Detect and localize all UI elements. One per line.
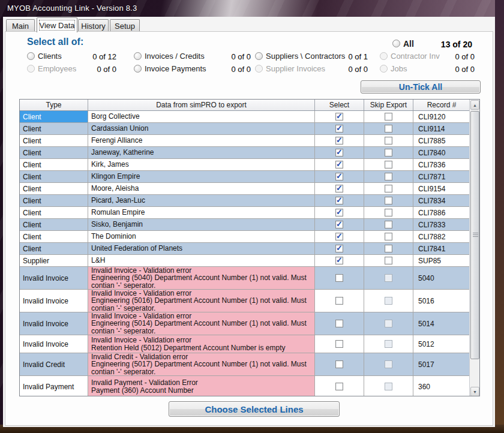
- table-row[interactable]: Invalid InvoiceInvalid Invoice - Validat…: [20, 312, 470, 335]
- select-checkbox[interactable]: [335, 360, 343, 368]
- skip-export-checkbox[interactable]: [385, 320, 392, 327]
- data-line: Picard, Jean-Luc: [91, 197, 145, 205]
- skip-export-checkbox[interactable]: [385, 161, 392, 169]
- data-line: Invalid Invoice - Validation error: [91, 336, 286, 344]
- record-number-cell: CLI7886: [413, 207, 470, 218]
- select-checkbox[interactable]: [335, 274, 343, 282]
- table-row[interactable]: Invalid InvoiceInvalid Invoice - Validat…: [20, 267, 470, 290]
- table-row[interactable]: ClientMoore, AleishaCLI9154: [20, 183, 470, 195]
- table-row[interactable]: ClientCardassian UnionCLI9114: [20, 123, 470, 135]
- scrollbar-thumb[interactable]: [470, 111, 479, 359]
- tab-history[interactable]: History: [78, 19, 109, 32]
- table-row[interactable]: ClientBorg CollectiveCLI9120: [20, 111, 470, 123]
- skip-export-cell: [364, 159, 413, 170]
- select-cell: [315, 123, 364, 134]
- vertical-scrollbar[interactable]: ▲ ▼: [469, 100, 479, 396]
- skip-export-checkbox[interactable]: [385, 173, 392, 181]
- table-row[interactable]: ClientSisko, BenjaminCLI7833: [20, 219, 470, 231]
- record-number-cell: 360: [413, 376, 470, 396]
- untick-all-button[interactable]: Un-Tick All: [361, 80, 481, 94]
- data-cell: Sisko, Benjamin: [88, 219, 315, 230]
- column-header-record-#[interactable]: Record #: [413, 100, 470, 110]
- skip-export-checkbox[interactable]: [385, 383, 392, 390]
- radio-all-label: All: [403, 39, 414, 49]
- select-cell: [315, 290, 364, 312]
- table-row[interactable]: SupplierL&HSUP85: [20, 255, 470, 267]
- table-row[interactable]: Invalid InvoiceInvalid Invoice - Validat…: [20, 335, 470, 353]
- skip-export-checkbox[interactable]: [385, 360, 392, 368]
- column-header-skip-export[interactable]: Skip Export: [364, 100, 413, 110]
- data-line: Borg Collective: [91, 113, 140, 121]
- type-cell: Client: [20, 207, 88, 218]
- skip-export-checkbox[interactable]: [385, 125, 392, 133]
- skip-export-checkbox[interactable]: [385, 274, 392, 282]
- skip-export-cell: [364, 111, 413, 122]
- select-checkbox[interactable]: [335, 245, 343, 252]
- scroll-up-button[interactable]: ▲: [470, 100, 479, 110]
- select-checkbox[interactable]: [335, 197, 343, 205]
- radio-all[interactable]: All: [392, 39, 414, 48]
- select-checkbox[interactable]: [335, 125, 343, 133]
- select-checkbox[interactable]: [335, 257, 343, 264]
- skip-export-checkbox[interactable]: [385, 197, 392, 205]
- skip-export-cell: [364, 123, 413, 134]
- skip-export-checkbox[interactable]: [385, 233, 392, 240]
- table-row[interactable]: Invalid CreditInvalid Credit - Validatio…: [20, 353, 470, 376]
- select-checkbox[interactable]: [335, 221, 343, 228]
- column-header-select[interactable]: Select: [315, 100, 364, 110]
- app-window: MYOB Accounting Link - Version 8.3 MainV…: [0, 0, 504, 433]
- table-row[interactable]: ClientKirk, JamesCLI7836: [20, 159, 470, 171]
- skip-export-checkbox[interactable]: [385, 221, 392, 228]
- column-header-data-from-simpro-to-export[interactable]: Data from simPRO to export: [88, 100, 315, 110]
- skip-export-cell: [364, 255, 413, 266]
- tab-view-data[interactable]: View Data: [37, 17, 77, 32]
- record-number-cell: CLI9114: [413, 123, 470, 134]
- table-row[interactable]: ClientRomulan EmpireCLI7886: [20, 207, 470, 219]
- skip-export-checkbox[interactable]: [385, 340, 392, 348]
- select-checkbox[interactable]: [335, 233, 343, 240]
- select-cell: [315, 171, 364, 182]
- select-checkbox[interactable]: [335, 149, 343, 157]
- table-row[interactable]: ClientKlingon EmpireCLI7871: [20, 171, 470, 183]
- select-checkbox[interactable]: [335, 297, 343, 305]
- skip-export-cell: [364, 376, 413, 396]
- tab-label: Setup: [115, 22, 135, 31]
- type-cell: Client: [20, 171, 88, 182]
- export-data-grid: TypeData from simPRO to exportSelectSkip…: [19, 99, 480, 396]
- skip-export-checkbox[interactable]: [385, 297, 392, 305]
- skip-export-checkbox[interactable]: [385, 185, 392, 193]
- select-checkbox[interactable]: [335, 320, 343, 327]
- skip-export-checkbox[interactable]: [385, 209, 392, 217]
- record-number-cell: CLI7841: [413, 243, 470, 254]
- skip-export-checkbox[interactable]: [385, 113, 392, 121]
- table-row[interactable]: ClientPicard, Jean-LucCLI7834: [20, 195, 470, 207]
- select-checkbox[interactable]: [335, 209, 343, 217]
- select-checkbox[interactable]: [335, 113, 343, 121]
- column-header-type[interactable]: Type: [20, 100, 88, 110]
- select-checkbox[interactable]: [335, 340, 343, 348]
- table-row[interactable]: ClientThe DominionCLI7882: [20, 231, 470, 243]
- tab-main[interactable]: Main: [6, 19, 35, 32]
- table-row[interactable]: ClientFerengi AllianceCLI7885: [20, 135, 470, 147]
- scroll-down-button[interactable]: ▼: [470, 387, 479, 396]
- skip-export-checkbox[interactable]: [385, 245, 392, 252]
- select-checkbox[interactable]: [335, 383, 343, 390]
- skip-export-checkbox[interactable]: [385, 149, 392, 157]
- skip-export-checkbox[interactable]: [385, 257, 392, 264]
- table-row[interactable]: ClientJaneway, KatherineCLI7840: [20, 147, 470, 159]
- table-row[interactable]: Invalid InvoiceInvalid Invoice - Validat…: [20, 290, 470, 312]
- type-cell: Client: [20, 219, 88, 230]
- table-row[interactable]: ClientUnited Federation of PlanetsCLI784…: [20, 243, 470, 255]
- tab-setup[interactable]: Setup: [110, 19, 140, 32]
- data-line: Janeway, Katherine: [91, 149, 154, 157]
- record-number-cell: CLI7871: [413, 171, 470, 182]
- skip-export-cell: [364, 353, 413, 375]
- skip-export-checkbox[interactable]: [385, 137, 392, 145]
- data-line: Ferengi Alliance: [91, 137, 142, 145]
- select-checkbox[interactable]: [335, 185, 343, 193]
- select-checkbox[interactable]: [335, 161, 343, 169]
- select-checkbox[interactable]: [335, 137, 343, 145]
- choose-selected-lines-button[interactable]: Choose Selected Lines: [169, 401, 340, 417]
- table-row[interactable]: Invalid PaymentInvalid Payment - Validat…: [20, 376, 470, 396]
- select-checkbox[interactable]: [335, 173, 343, 181]
